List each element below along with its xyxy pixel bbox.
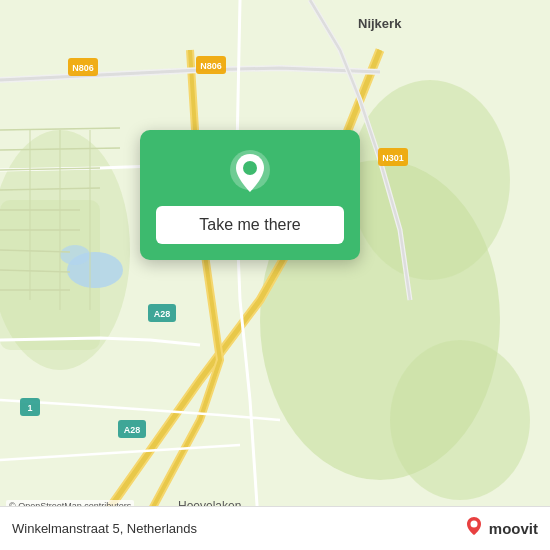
svg-point-8 bbox=[60, 245, 90, 265]
svg-text:N806: N806 bbox=[200, 61, 222, 71]
svg-text:1: 1 bbox=[27, 403, 32, 413]
location-pin-icon bbox=[226, 148, 274, 196]
action-card[interactable]: Take me there bbox=[140, 130, 360, 260]
svg-text:A28: A28 bbox=[154, 309, 171, 319]
map-svg: A28 A28 A28 A28 N806 N806 N301 1 Nijkerk… bbox=[0, 0, 550, 550]
moovit-icon bbox=[463, 515, 485, 542]
take-me-there-button[interactable]: Take me there bbox=[156, 206, 344, 244]
bottom-bar: Winkelmanstraat 5, Netherlands moovit bbox=[0, 506, 550, 550]
svg-text:N806: N806 bbox=[72, 63, 94, 73]
moovit-logo-text: moovit bbox=[489, 520, 538, 537]
address-text: Winkelmanstraat 5, Netherlands bbox=[12, 521, 197, 536]
svg-text:Nijkerk: Nijkerk bbox=[358, 16, 402, 31]
svg-text:A28: A28 bbox=[124, 425, 141, 435]
svg-point-40 bbox=[243, 161, 257, 175]
svg-point-3 bbox=[350, 80, 510, 280]
moovit-logo: moovit bbox=[463, 515, 538, 542]
svg-point-4 bbox=[390, 340, 530, 500]
svg-point-41 bbox=[470, 521, 477, 528]
map-container: A28 A28 A28 A28 N806 N806 N301 1 Nijkerk… bbox=[0, 0, 550, 550]
svg-text:N301: N301 bbox=[382, 153, 404, 163]
